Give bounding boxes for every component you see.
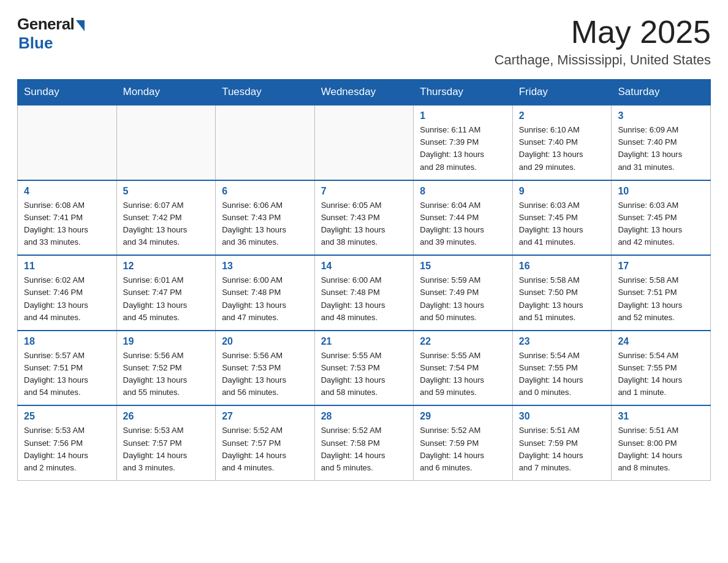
day-info: Sunrise: 5:58 AM Sunset: 7:50 PM Dayligh… bbox=[519, 274, 605, 324]
calendar-cell bbox=[18, 105, 117, 180]
day-number: 29 bbox=[420, 411, 506, 422]
day-number: 5 bbox=[123, 186, 210, 197]
day-info: Sunrise: 6:02 AM Sunset: 7:46 PM Dayligh… bbox=[24, 274, 110, 324]
day-info: Sunrise: 6:11 AM Sunset: 7:39 PM Dayligh… bbox=[420, 124, 506, 174]
day-number: 6 bbox=[222, 186, 308, 197]
calendar-cell: 3Sunrise: 6:09 AM Sunset: 7:40 PM Daylig… bbox=[612, 105, 711, 180]
week-row-1: 1Sunrise: 6:11 AM Sunset: 7:39 PM Daylig… bbox=[18, 105, 711, 180]
column-header-friday: Friday bbox=[512, 80, 612, 105]
calendar-table: SundayMondayTuesdayWednesdayThursdayFrid… bbox=[17, 79, 711, 481]
day-number: 13 bbox=[222, 261, 308, 272]
day-info: Sunrise: 5:54 AM Sunset: 7:55 PM Dayligh… bbox=[519, 350, 605, 399]
calendar-cell: 15Sunrise: 5:59 AM Sunset: 7:49 PM Dayli… bbox=[414, 255, 513, 331]
week-row-2: 4Sunrise: 6:08 AM Sunset: 7:41 PM Daylig… bbox=[18, 180, 711, 256]
day-info: Sunrise: 6:03 AM Sunset: 7:45 PM Dayligh… bbox=[618, 199, 704, 249]
day-number: 23 bbox=[519, 336, 605, 347]
day-number: 27 bbox=[222, 411, 308, 422]
day-info: Sunrise: 6:01 AM Sunset: 7:47 PM Dayligh… bbox=[123, 274, 210, 324]
day-info: Sunrise: 5:54 AM Sunset: 7:55 PM Dayligh… bbox=[618, 350, 704, 399]
day-number: 20 bbox=[222, 336, 308, 347]
day-number: 25 bbox=[24, 411, 110, 422]
day-number: 2 bbox=[519, 110, 605, 121]
day-number: 28 bbox=[321, 411, 408, 422]
day-info: Sunrise: 5:55 AM Sunset: 7:54 PM Dayligh… bbox=[420, 350, 506, 399]
calendar-cell: 28Sunrise: 5:52 AM Sunset: 7:58 PM Dayli… bbox=[314, 405, 414, 480]
logo-arrow-icon bbox=[76, 20, 85, 31]
calendar-cell: 21Sunrise: 5:55 AM Sunset: 7:53 PM Dayli… bbox=[314, 331, 414, 406]
calendar-cell: 20Sunrise: 5:56 AM Sunset: 7:53 PM Dayli… bbox=[216, 331, 315, 406]
day-number: 15 bbox=[420, 261, 506, 272]
day-number: 8 bbox=[420, 186, 506, 197]
day-number: 7 bbox=[321, 186, 408, 197]
calendar-cell: 5Sunrise: 6:07 AM Sunset: 7:42 PM Daylig… bbox=[116, 180, 216, 256]
calendar-cell: 4Sunrise: 6:08 AM Sunset: 7:41 PM Daylig… bbox=[18, 180, 117, 256]
day-info: Sunrise: 5:55 AM Sunset: 7:53 PM Dayligh… bbox=[321, 350, 408, 399]
day-info: Sunrise: 6:07 AM Sunset: 7:42 PM Dayligh… bbox=[123, 199, 210, 249]
day-number: 9 bbox=[519, 186, 605, 197]
day-number: 30 bbox=[519, 411, 605, 422]
calendar-cell: 9Sunrise: 6:03 AM Sunset: 7:45 PM Daylig… bbox=[512, 180, 612, 256]
logo: General Blue bbox=[17, 15, 85, 53]
calendar-cell: 29Sunrise: 5:52 AM Sunset: 7:59 PM Dayli… bbox=[414, 405, 513, 480]
day-number: 17 bbox=[618, 261, 704, 272]
day-number: 14 bbox=[321, 261, 408, 272]
day-number: 31 bbox=[618, 411, 704, 422]
calendar-cell: 18Sunrise: 5:57 AM Sunset: 7:51 PM Dayli… bbox=[18, 331, 117, 406]
day-number: 19 bbox=[123, 336, 210, 347]
calendar-cell: 2Sunrise: 6:10 AM Sunset: 7:40 PM Daylig… bbox=[512, 105, 612, 180]
calendar-cell bbox=[116, 105, 216, 180]
calendar-cell: 23Sunrise: 5:54 AM Sunset: 7:55 PM Dayli… bbox=[512, 331, 612, 406]
location-title: Carthage, Mississippi, United States bbox=[495, 52, 711, 68]
day-number: 21 bbox=[321, 336, 408, 347]
day-info: Sunrise: 5:58 AM Sunset: 7:51 PM Dayligh… bbox=[618, 274, 704, 324]
calendar-cell: 19Sunrise: 5:56 AM Sunset: 7:52 PM Dayli… bbox=[116, 331, 216, 406]
calendar-cell: 17Sunrise: 5:58 AM Sunset: 7:51 PM Dayli… bbox=[612, 255, 711, 331]
day-number: 1 bbox=[420, 110, 506, 121]
calendar-cell bbox=[314, 105, 414, 180]
day-number: 12 bbox=[123, 261, 210, 272]
column-header-sunday: Sunday bbox=[18, 80, 117, 105]
logo-general-text: General bbox=[17, 15, 74, 34]
day-number: 11 bbox=[24, 261, 110, 272]
column-header-thursday: Thursday bbox=[414, 80, 513, 105]
column-header-monday: Monday bbox=[116, 80, 216, 105]
day-info: Sunrise: 6:10 AM Sunset: 7:40 PM Dayligh… bbox=[519, 124, 605, 174]
day-number: 18 bbox=[24, 336, 110, 347]
calendar-cell: 14Sunrise: 6:00 AM Sunset: 7:48 PM Dayli… bbox=[314, 255, 414, 331]
calendar-cell: 16Sunrise: 5:58 AM Sunset: 7:50 PM Dayli… bbox=[512, 255, 612, 331]
day-number: 24 bbox=[618, 336, 704, 347]
calendar-cell: 30Sunrise: 5:51 AM Sunset: 7:59 PM Dayli… bbox=[512, 405, 612, 480]
calendar-cell: 31Sunrise: 5:51 AM Sunset: 8:00 PM Dayli… bbox=[612, 405, 711, 480]
calendar-cell: 11Sunrise: 6:02 AM Sunset: 7:46 PM Dayli… bbox=[18, 255, 117, 331]
day-info: Sunrise: 5:51 AM Sunset: 7:59 PM Dayligh… bbox=[519, 424, 605, 474]
day-info: Sunrise: 5:59 AM Sunset: 7:49 PM Dayligh… bbox=[420, 274, 506, 324]
week-row-5: 25Sunrise: 5:53 AM Sunset: 7:56 PM Dayli… bbox=[18, 405, 711, 480]
title-block: May 2025 Carthage, Mississippi, United S… bbox=[495, 15, 711, 68]
day-info: Sunrise: 6:08 AM Sunset: 7:41 PM Dayligh… bbox=[24, 199, 110, 249]
day-info: Sunrise: 5:53 AM Sunset: 7:57 PM Dayligh… bbox=[123, 424, 210, 474]
calendar-cell: 12Sunrise: 6:01 AM Sunset: 7:47 PM Dayli… bbox=[116, 255, 216, 331]
day-number: 26 bbox=[123, 411, 210, 422]
column-header-tuesday: Tuesday bbox=[216, 80, 315, 105]
calendar-cell: 8Sunrise: 6:04 AM Sunset: 7:44 PM Daylig… bbox=[414, 180, 513, 256]
day-info: Sunrise: 6:04 AM Sunset: 7:44 PM Dayligh… bbox=[420, 199, 506, 249]
day-info: Sunrise: 6:03 AM Sunset: 7:45 PM Dayligh… bbox=[519, 199, 605, 249]
calendar-cell: 22Sunrise: 5:55 AM Sunset: 7:54 PM Dayli… bbox=[414, 331, 513, 406]
day-info: Sunrise: 6:05 AM Sunset: 7:43 PM Dayligh… bbox=[321, 199, 408, 249]
calendar-header-row: SundayMondayTuesdayWednesdayThursdayFrid… bbox=[18, 80, 711, 105]
logo-blue-text: Blue bbox=[18, 34, 53, 53]
calendar-cell bbox=[216, 105, 315, 180]
day-number: 3 bbox=[618, 110, 704, 121]
calendar-cell: 27Sunrise: 5:52 AM Sunset: 7:57 PM Dayli… bbox=[216, 405, 315, 480]
calendar-cell: 7Sunrise: 6:05 AM Sunset: 7:43 PM Daylig… bbox=[314, 180, 414, 256]
day-info: Sunrise: 5:53 AM Sunset: 7:56 PM Dayligh… bbox=[24, 424, 110, 474]
day-number: 22 bbox=[420, 336, 506, 347]
calendar-cell: 24Sunrise: 5:54 AM Sunset: 7:55 PM Dayli… bbox=[612, 331, 711, 406]
calendar-cell: 13Sunrise: 6:00 AM Sunset: 7:48 PM Dayli… bbox=[216, 255, 315, 331]
calendar-cell: 25Sunrise: 5:53 AM Sunset: 7:56 PM Dayli… bbox=[18, 405, 117, 480]
day-number: 4 bbox=[24, 186, 110, 197]
day-info: Sunrise: 6:06 AM Sunset: 7:43 PM Dayligh… bbox=[222, 199, 308, 249]
calendar-cell: 1Sunrise: 6:11 AM Sunset: 7:39 PM Daylig… bbox=[414, 105, 513, 180]
day-info: Sunrise: 5:56 AM Sunset: 7:52 PM Dayligh… bbox=[123, 350, 210, 399]
day-info: Sunrise: 6:00 AM Sunset: 7:48 PM Dayligh… bbox=[321, 274, 408, 324]
